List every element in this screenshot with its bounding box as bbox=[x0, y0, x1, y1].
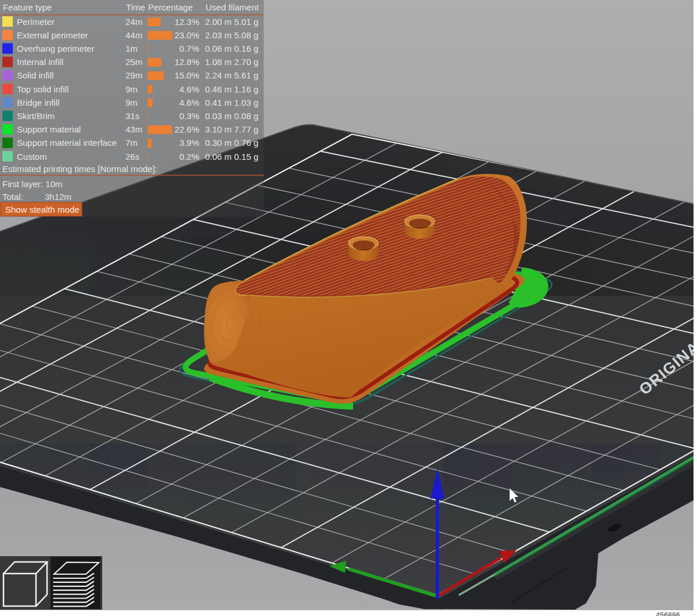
svg-text:1.08 m 2.70 g: 1.08 m 2.70 g bbox=[205, 57, 258, 67]
svg-text:3.9%: 3.9% bbox=[179, 138, 199, 148]
svg-text:0.30 m 0.76 g: 0.30 m 0.76 g bbox=[205, 138, 258, 148]
svg-text:43m: 43m bbox=[125, 124, 142, 134]
svg-text:0.06 m 0.15 g: 0.06 m 0.15 g bbox=[205, 152, 258, 162]
svg-text:456886: 456886 bbox=[656, 611, 680, 616]
svg-text:0.7%: 0.7% bbox=[179, 44, 199, 53]
svg-text:25m: 25m bbox=[125, 57, 142, 67]
svg-text:9m: 9m bbox=[125, 84, 138, 94]
svg-text:0.41 m 1.03 g: 0.41 m 1.03 g bbox=[205, 98, 258, 108]
svg-text:Internal infill: Internal infill bbox=[17, 57, 63, 67]
svg-text:29m: 29m bbox=[125, 70, 142, 80]
svg-text:4.6%: 4.6% bbox=[179, 98, 199, 108]
svg-text:Top solid infill: Top solid infill bbox=[17, 84, 69, 94]
svg-text:9m: 9m bbox=[125, 98, 138, 108]
svg-text:12.3%: 12.3% bbox=[174, 17, 199, 27]
svg-text:3.10 m 7.77 g: 3.10 m 7.77 g bbox=[205, 124, 258, 134]
svg-text:Solid infill: Solid infill bbox=[17, 70, 53, 80]
svg-text:2.03 m 5.08 g: 2.03 m 5.08 g bbox=[205, 30, 258, 40]
svg-text:0.3%: 0.3% bbox=[179, 111, 199, 121]
svg-text:44m: 44m bbox=[125, 30, 142, 40]
svg-text:0.46 m 1.16 g: 0.46 m 1.16 g bbox=[205, 84, 258, 94]
svg-text:0.06 m 0.16 g: 0.06 m 0.16 g bbox=[205, 44, 258, 53]
svg-text:Custom: Custom bbox=[17, 152, 47, 162]
svg-text:Perimeter: Perimeter bbox=[17, 17, 55, 27]
svg-text:Total:: Total: bbox=[2, 192, 23, 202]
svg-text:Estimated printing times [Norm: Estimated printing times [Normal mode]: bbox=[2, 164, 157, 174]
svg-text:0.2%: 0.2% bbox=[179, 152, 199, 162]
svg-text:3h12m: 3h12m bbox=[45, 192, 71, 202]
svg-text:15.0%: 15.0% bbox=[174, 70, 199, 80]
svg-text:7m: 7m bbox=[125, 138, 138, 148]
svg-text:Percentage: Percentage bbox=[148, 2, 193, 12]
svg-text:2.00 m 5.01 g: 2.00 m 5.01 g bbox=[205, 17, 258, 27]
svg-text:22.6%: 22.6% bbox=[174, 124, 199, 134]
svg-text:1m: 1m bbox=[125, 44, 138, 53]
svg-text:Bridge infill: Bridge infill bbox=[17, 98, 59, 108]
svg-text:24m: 24m bbox=[125, 17, 142, 27]
svg-text:Skirt/Brim: Skirt/Brim bbox=[17, 111, 55, 121]
svg-text:26s: 26s bbox=[125, 152, 139, 162]
svg-text:Feature type: Feature type bbox=[3, 2, 52, 12]
svg-text:Used filament: Used filament bbox=[206, 2, 260, 12]
svg-text:Show stealth mode: Show stealth mode bbox=[5, 205, 80, 214]
svg-text:Time: Time bbox=[126, 2, 145, 12]
svg-text:12.8%: 12.8% bbox=[174, 57, 199, 67]
svg-text:4.6%: 4.6% bbox=[179, 84, 199, 94]
svg-text:Support material interface: Support material interface bbox=[17, 138, 117, 148]
svg-text:31s: 31s bbox=[125, 111, 139, 121]
svg-text:External perimeter: External perimeter bbox=[17, 30, 88, 40]
svg-text:0.03 m 0.08 g: 0.03 m 0.08 g bbox=[205, 111, 258, 121]
svg-text:Support material: Support material bbox=[17, 124, 81, 134]
svg-text:2.24 m 5.61 g: 2.24 m 5.61 g bbox=[205, 70, 258, 80]
svg-text:23.0%: 23.0% bbox=[174, 30, 199, 40]
svg-text:Overhang perimeter: Overhang perimeter bbox=[17, 44, 94, 53]
svg-text:First layer: 10m: First layer: 10m bbox=[2, 179, 62, 189]
